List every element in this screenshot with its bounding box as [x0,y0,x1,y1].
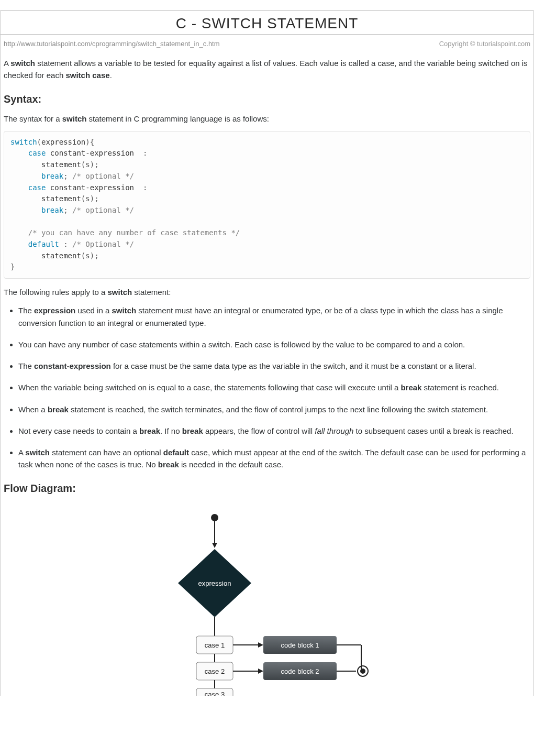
expression-label: expression [198,579,231,587]
arrowhead-icon [258,642,263,648]
content: A switch statement allows a variable to … [1,57,533,696]
rule-item: The expression used in a switch statemen… [18,304,530,329]
rule-item: Not every case needs to contain a break.… [18,425,530,437]
intro-paragraph: A switch statement allows a variable to … [4,57,530,82]
flow-heading: Flow Diagram: [4,480,530,497]
syntax-intro: The syntax for a switch statement in C p… [4,113,530,125]
case3-label: case 3 [205,691,225,696]
rule-item: The constant-expression for a case must … [18,360,530,372]
end-dot [360,669,365,674]
rule-item: A switch statement can have an optional … [18,446,530,471]
block2-label: code block 2 [281,667,319,675]
rule-item: When a break statement is reached, the s… [18,403,530,415]
flow-diagram: expression case 1 code block 1 case [152,507,382,696]
arrowhead-icon [212,543,217,548]
arrowhead-icon [258,669,263,674]
rule-item: You can have any number of case statemen… [18,338,530,350]
meta-row: http://www.tutorialspoint.com/cprogrammi… [1,40,533,55]
article-page: C - SWITCH STATEMENT http://www.tutorial… [0,10,534,696]
start-node [211,514,218,521]
copyright: Copyright © tutorialspoint.com [439,40,530,48]
rule-bottom [1,34,533,35]
code-block: switch(expression){ case constant-expres… [4,131,530,279]
rules-list: The expression used in a switch statemen… [4,304,530,470]
syntax-heading: Syntax: [4,91,530,107]
block1-label: code block 1 [281,641,319,649]
rule-item: When the variable being switched on is e… [18,381,530,393]
source-url: http://www.tutorialspoint.com/cprogrammi… [4,40,220,48]
case2-label: case 2 [205,667,225,675]
page-title: C - SWITCH STATEMENT [1,15,533,32]
rule-top [1,10,533,11]
case1-label: case 1 [205,641,225,649]
rules-intro: The following rules apply to a switch st… [4,286,530,298]
flow-diagram-wrap: expression case 1 code block 1 case [4,502,530,696]
